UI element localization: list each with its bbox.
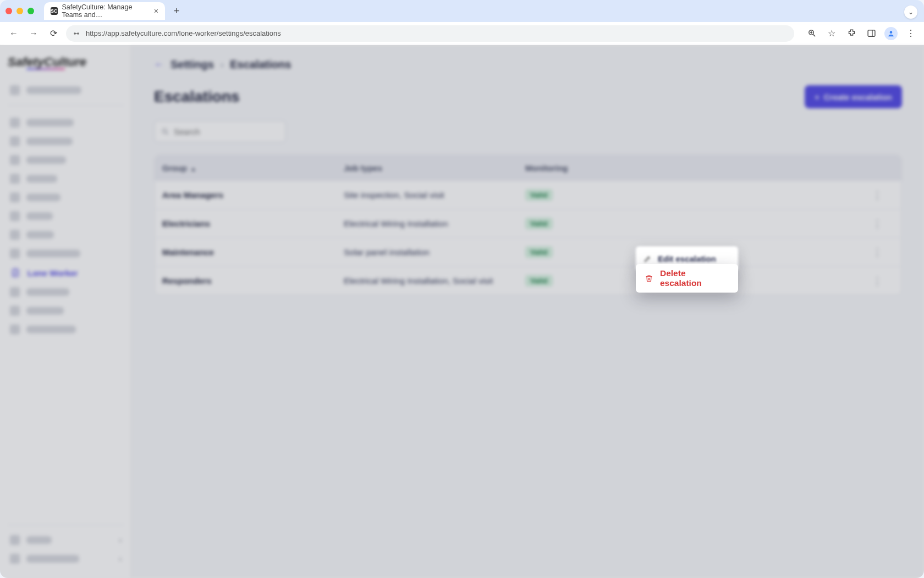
svg-point-1 <box>78 32 79 34</box>
nav-back-button[interactable]: ← <box>7 26 21 41</box>
menu-item-delete[interactable]: Delete escalation <box>636 264 738 293</box>
site-info-icon[interactable] <box>73 30 80 37</box>
address-bar[interactable]: https://app.safetyculture.com/lone-worke… <box>66 25 794 42</box>
zoom-icon[interactable] <box>805 27 818 40</box>
profile-avatar-icon[interactable] <box>884 27 898 40</box>
chrome-menu-chevron[interactable]: ⌄ <box>904 5 917 19</box>
tab-strip: SC SafetyCulture: Manage Teams and… × + <box>0 0 924 22</box>
tab-close-icon[interactable]: × <box>154 7 158 15</box>
menu-item-label: Delete escalation <box>660 268 729 288</box>
svg-point-4 <box>890 31 893 34</box>
browser-tab[interactable]: SC SafetyCulture: Manage Teams and… × <box>44 2 165 20</box>
svg-rect-3 <box>868 30 875 36</box>
traffic-close-icon[interactable] <box>6 8 12 14</box>
window-controls <box>6 8 34 14</box>
traffic-zoom-icon[interactable] <box>28 8 34 14</box>
modal-backdrop[interactable] <box>0 45 924 578</box>
address-url: https://app.safetyculture.com/lone-worke… <box>86 29 281 37</box>
trash-icon <box>645 274 653 283</box>
tab-favicon-icon: SC <box>51 7 58 15</box>
tab-title: SafetyCulture: Manage Teams and… <box>62 3 150 19</box>
pencil-icon <box>644 255 652 263</box>
extensions-icon[interactable] <box>845 27 858 40</box>
traffic-minimize-icon[interactable] <box>16 8 23 14</box>
nav-reload-button[interactable]: ⟳ <box>46 26 61 41</box>
menu-item-label: Edit escalation <box>658 254 716 263</box>
kebab-menu-icon[interactable]: ⋮ <box>904 27 917 40</box>
svg-point-0 <box>74 32 75 34</box>
browser-toolbar: ← → ⟳ https://app.safetyculture.com/lone… <box>0 22 924 45</box>
new-tab-button[interactable]: + <box>169 4 184 18</box>
nav-forward-button[interactable]: → <box>26 26 41 41</box>
bookmark-icon[interactable]: ☆ <box>825 27 838 40</box>
sidepanel-icon[interactable] <box>865 27 878 40</box>
